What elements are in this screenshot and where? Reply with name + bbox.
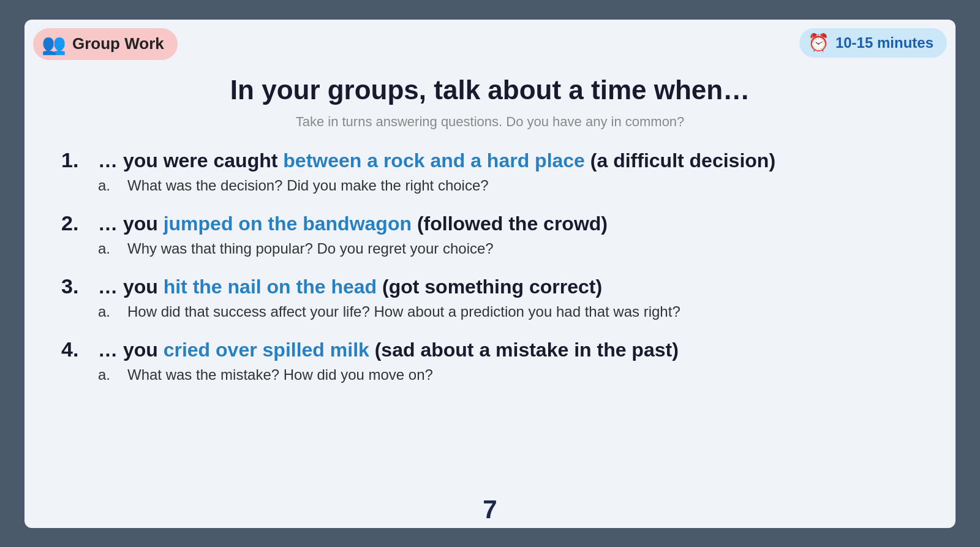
question-main-3: 3. … you hit the nail on the head (got s… (61, 274, 919, 298)
followup-label-4: a. (98, 366, 115, 383)
question-item-4: 4. … you cried over spilled milk (sad ab… (61, 338, 919, 383)
question-suffix-2: (followed the crowd) (412, 213, 608, 235)
question-text-3: … you hit the nail on the head (got some… (98, 276, 602, 298)
question-main-1: 1. … you were caught between a rock and … (61, 148, 919, 172)
followup-1: a. What was the decision? Did you make t… (98, 177, 919, 194)
question-number-3: 3. (61, 274, 86, 298)
question-text-4: … you cried over spilled milk (sad about… (98, 339, 679, 361)
idiom-2: jumped on the bandwagon (164, 213, 412, 235)
question-text-1: … you were caught between a rock and a h… (98, 149, 775, 172)
group-work-label: Group Work (72, 34, 164, 53)
question-number-4: 4. (61, 338, 86, 361)
question-item-1: 1. … you were caught between a rock and … (61, 148, 919, 194)
clock-icon: ⏰ (808, 34, 829, 51)
question-prefix-4: … you (98, 339, 164, 361)
group-work-icon: 👥 (42, 34, 66, 54)
group-work-badge: 👥 Group Work (33, 28, 178, 60)
question-suffix-4: (sad about a mistake in the past) (369, 339, 679, 361)
question-prefix-3: … you (98, 276, 164, 298)
timer-label: 10-15 minutes (835, 34, 933, 51)
idiom-3: hit the nail on the head (164, 276, 377, 298)
subtitle: Take in turns answering questions. Do yo… (61, 114, 919, 130)
question-suffix-1: (a difficult decision) (585, 149, 775, 172)
followup-3: a. How did that success affect your life… (98, 303, 919, 320)
question-prefix-1: … you were caught (98, 149, 283, 172)
question-text-2: … you jumped on the bandwagon (followed … (98, 213, 608, 235)
followup-2: a. Why was that thing popular? Do you re… (98, 240, 919, 257)
followup-text-4: What was the mistake? How did you move o… (127, 366, 433, 383)
question-main-2: 2. … you jumped on the bandwagon (follow… (61, 211, 919, 235)
question-item-2: 2. … you jumped on the bandwagon (follow… (61, 211, 919, 257)
page-number: 7 (483, 495, 497, 524)
question-item-3: 3. … you hit the nail on the head (got s… (61, 274, 919, 320)
questions-list: 1. … you were caught between a rock and … (61, 148, 919, 383)
followup-text-3: How did that success affect your life? H… (127, 303, 680, 320)
followup-label-3: a. (98, 303, 115, 320)
followup-text-1: What was the decision? Did you make the … (127, 177, 489, 194)
page-title: In your groups, talk about a time when… (61, 75, 919, 105)
page-bar: 7 (24, 491, 956, 528)
followup-text-2: Why was that thing popular? Do you regre… (127, 240, 494, 257)
idiom-4: cried over spilled milk (164, 339, 369, 361)
idiom-1: between a rock and a hard place (283, 149, 585, 172)
followup-label-1: a. (98, 177, 115, 194)
question-prefix-2: … you (98, 213, 164, 235)
question-suffix-3: (got something correct) (377, 276, 602, 298)
question-number-1: 1. (61, 148, 86, 172)
followup-label-2: a. (98, 240, 115, 257)
followup-4: a. What was the mistake? How did you mov… (98, 366, 919, 383)
question-main-4: 4. … you cried over spilled milk (sad ab… (61, 338, 919, 361)
question-number-2: 2. (61, 211, 86, 235)
slide: 👥 Group Work ⏰ 10-15 minutes In your gro… (24, 20, 956, 528)
timer-badge: ⏰ 10-15 minutes (799, 28, 947, 58)
